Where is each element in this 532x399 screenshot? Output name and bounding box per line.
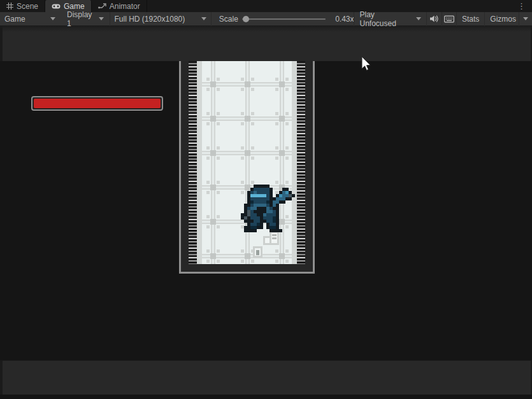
keyboard-icon [444, 15, 454, 23]
tab-scene[interactable]: Scene [0, 0, 45, 12]
tile-grid-line-v [245, 61, 250, 264]
resolution-dropdown[interactable]: Full HD (1920x1080) [110, 12, 212, 26]
resolution-label: Full HD (1920x1080) [115, 15, 185, 24]
tile-rivet [245, 81, 250, 87]
gizmos-label: Gizmos [490, 15, 516, 24]
view-mode-label: Game [4, 15, 25, 24]
stats-button[interactable]: Stats [456, 12, 484, 26]
chain-edge-left [189, 61, 197, 264]
tab-animator[interactable]: Animator [92, 0, 147, 12]
scale-slider-handle[interactable] [243, 16, 249, 22]
mute-audio-button[interactable] [426, 12, 441, 26]
crate-outline [253, 246, 262, 258]
tile-grid-line-v [211, 61, 215, 264]
tab-animator-label: Animator [110, 2, 140, 11]
platform-slot [272, 237, 277, 239]
tile-rivet [210, 150, 216, 156]
display-dropdown[interactable]: Display 1 [62, 12, 108, 26]
window-menu-kebab-icon[interactable]: ⋮ [515, 0, 528, 12]
game-view-toolbar: Game Display 1 Full HD (1920x1080) Scale… [0, 12, 532, 26]
tile-rivet [279, 81, 285, 87]
tab-game-label: Game [64, 2, 85, 11]
play-mode-dropdown[interactable]: Play Unfocused [354, 12, 426, 26]
gamepad-icon [52, 3, 61, 10]
game-render[interactable] [0, 61, 532, 360]
game-viewport-area [0, 26, 532, 399]
tile-rivet [210, 81, 216, 87]
input-debug-button[interactable] [442, 12, 456, 26]
caret-down-icon [50, 17, 55, 20]
gizmos-button[interactable]: Gizmos [484, 12, 519, 26]
crate-block [256, 250, 259, 255]
tile-rivet [279, 253, 285, 259]
health-bar-fill [34, 99, 161, 108]
chain-edge-right [297, 61, 305, 264]
scale-value: 0.43x [327, 15, 354, 24]
window-footer-strip [0, 395, 532, 399]
scale-slider[interactable] [242, 12, 326, 26]
gizmos-dropdown[interactable] [519, 12, 532, 26]
player-knight-sprite [241, 185, 295, 232]
caret-down-icon [201, 17, 206, 20]
tile-rivet [245, 150, 250, 156]
caret-down-icon [99, 17, 104, 20]
view-mode-dropdown[interactable]: Game [0, 12, 60, 26]
scale-slider-track[interactable] [242, 18, 326, 20]
animator-transition-icon [98, 3, 106, 10]
tile-rivet [245, 253, 250, 259]
tower-playfield [189, 61, 305, 264]
display-label: Display 1 [67, 10, 94, 28]
unity-game-view-window: Scene Game Animator ⋮ Game Display 1 Ful… [0, 0, 532, 399]
letterbox-bottom [0, 360, 532, 395]
platform-step-high [270, 231, 279, 245]
tile-rivet [210, 253, 216, 259]
tile-rivet [210, 185, 216, 190]
caret-down-icon [523, 17, 528, 20]
wall-column-left [197, 61, 202, 264]
platform-slot [272, 234, 277, 236]
tile-rivet [210, 219, 216, 225]
letterbox-top [0, 26, 532, 61]
tile-rivet [279, 116, 285, 122]
tile-grid-line-v [280, 61, 284, 264]
play-mode-label: Play Unfocused [359, 10, 412, 28]
scene-grid-icon [6, 3, 13, 10]
caret-down-icon [416, 17, 421, 20]
tile-rivet [245, 116, 250, 122]
scale-label: Scale [219, 15, 238, 24]
tile-rivet [210, 116, 216, 122]
tower-level [179, 61, 315, 274]
tab-scene-label: Scene [17, 2, 38, 11]
wall-column-right [292, 61, 297, 264]
speaker-icon [429, 15, 439, 23]
tile-rivet [279, 150, 285, 156]
health-bar [31, 96, 163, 111]
stats-label: Stats [462, 15, 479, 24]
